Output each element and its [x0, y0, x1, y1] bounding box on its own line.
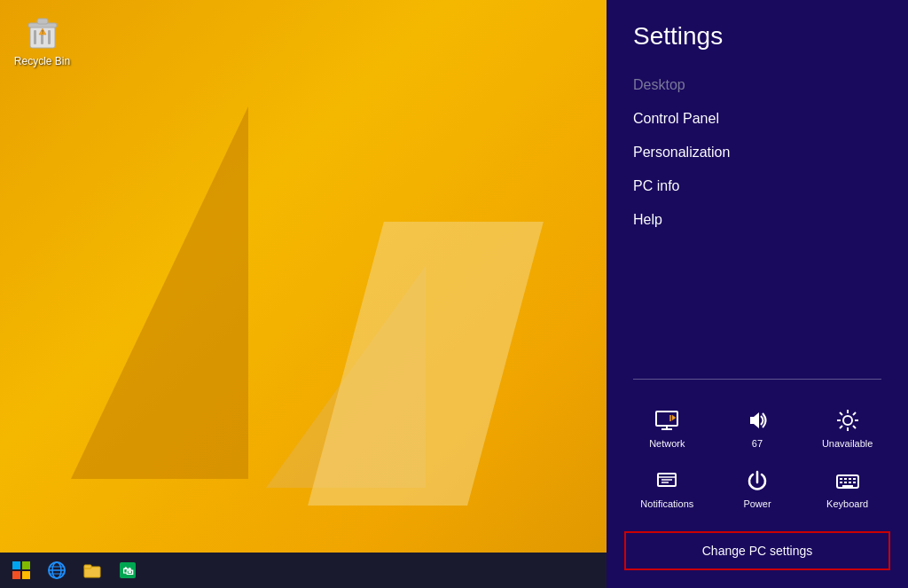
file-explorer-icon: [82, 561, 102, 580]
svg-rect-50: [842, 485, 853, 487]
svg-rect-43: [844, 478, 847, 480]
desktop-decoration-1: [71, 106, 248, 479]
svg-rect-48: [849, 482, 851, 483]
svg-point-27: [843, 416, 852, 425]
keyboard-icon: [834, 466, 862, 495]
settings-menu-desktop: Desktop: [633, 68, 881, 102]
svg-rect-18: [84, 565, 91, 568]
notifications-label: Notifications: [640, 498, 693, 509]
svg-rect-47: [844, 482, 847, 483]
recycle-bin-label: Recycle Bin: [9, 55, 75, 67]
svg-rect-8: [12, 561, 20, 569]
svg-rect-46: [840, 482, 842, 483]
windows-logo-icon: [12, 561, 30, 579]
svg-line-33: [853, 426, 856, 428]
volume-icon-item[interactable]: 67: [715, 402, 801, 453]
svg-rect-5: [37, 19, 48, 24]
settings-menu-help[interactable]: Help: [633, 203, 881, 237]
notifications-icon: [653, 466, 681, 495]
svg-line-34: [853, 412, 856, 415]
svg-rect-1: [34, 30, 36, 44]
notifications-icon-item[interactable]: Notifications: [624, 462, 710, 514]
system-icons-grid: Network 67: [607, 393, 908, 522]
settings-title: Settings: [607, 0, 908, 68]
power-label: Power: [743, 498, 771, 509]
svg-line-35: [840, 426, 842, 428]
settings-menu-pc-info[interactable]: PC info: [633, 169, 881, 203]
recycle-bin-icon[interactable]: ! Recycle Bin: [9, 9, 75, 67]
svg-marker-24: [672, 415, 676, 420]
brightness-icon: [834, 406, 862, 435]
svg-rect-44: [849, 478, 851, 480]
brightness-label: Unavailable: [822, 438, 873, 449]
svg-rect-9: [22, 561, 30, 569]
volume-icon: [743, 406, 771, 435]
ie-icon: [47, 561, 67, 580]
keyboard-icon-item[interactable]: Keyboard: [804, 462, 890, 514]
network-label: Network: [649, 438, 685, 449]
start-button[interactable]: [4, 554, 39, 586]
volume-label: 67: [752, 438, 763, 449]
svg-text:🛍: 🛍: [122, 565, 134, 577]
svg-rect-49: [853, 482, 856, 483]
settings-menu: Desktop Control Panel Personalization PC…: [607, 68, 908, 365]
svg-rect-3: [48, 30, 51, 44]
file-explorer-button[interactable]: [74, 554, 110, 586]
settings-panel: Settings Desktop Control Panel Personali…: [607, 0, 908, 588]
recycle-bin-svg: !: [21, 9, 64, 51]
network-icon: [653, 406, 681, 435]
store-icon: 🛍: [118, 561, 137, 580]
brightness-icon-item[interactable]: Unavailable: [804, 402, 890, 453]
network-icon-item[interactable]: Network: [624, 402, 710, 453]
keyboard-label: Keyboard: [826, 498, 868, 509]
power-icon: [743, 466, 771, 495]
settings-menu-personalization[interactable]: Personalization: [633, 136, 881, 169]
svg-rect-10: [12, 571, 20, 579]
svg-rect-11: [22, 571, 30, 579]
svg-line-32: [840, 412, 842, 415]
change-pc-settings-button[interactable]: Change PC settings: [624, 531, 890, 570]
power-icon-item[interactable]: Power: [715, 462, 801, 514]
store-button[interactable]: 🛍: [110, 554, 145, 586]
settings-menu-control-panel[interactable]: Control Panel: [633, 102, 881, 136]
ie-button[interactable]: [39, 554, 74, 586]
svg-rect-45: [853, 478, 856, 480]
settings-divider: [633, 379, 881, 380]
svg-marker-26: [750, 412, 759, 428]
svg-rect-42: [840, 478, 842, 480]
